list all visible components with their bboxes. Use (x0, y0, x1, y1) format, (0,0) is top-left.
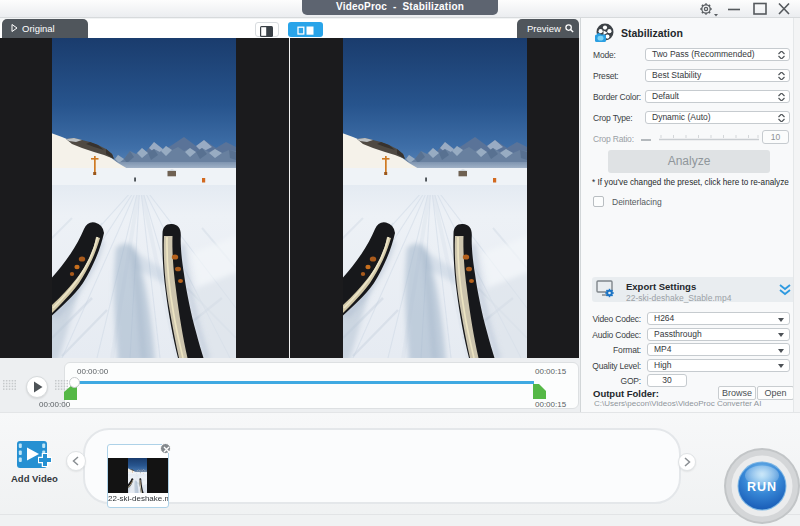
svg-text:RUN: RUN (747, 480, 777, 494)
